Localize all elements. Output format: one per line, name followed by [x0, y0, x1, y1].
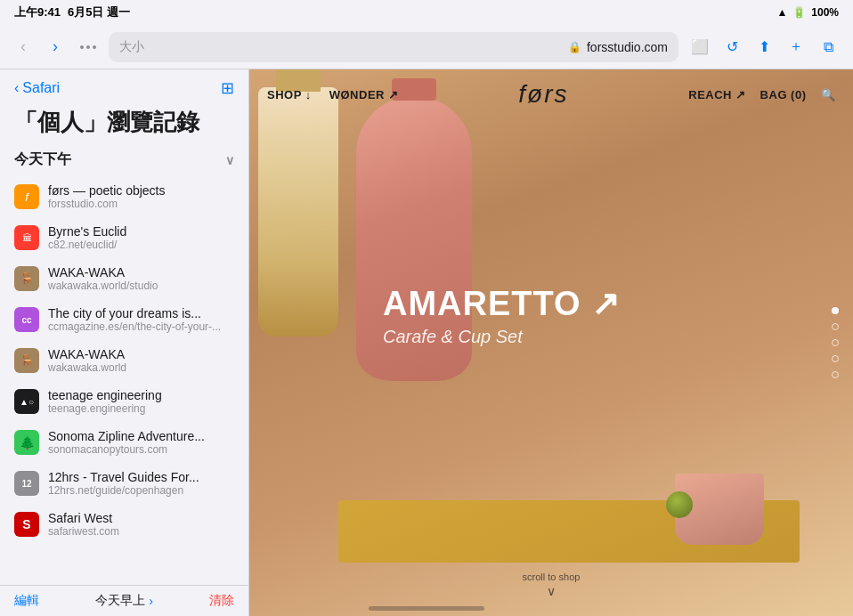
scroll-label: scroll to shop: [523, 571, 581, 582]
favicon-8: S: [14, 512, 39, 537]
clear-button[interactable]: 清除: [209, 593, 234, 609]
dot-4[interactable]: [832, 355, 839, 362]
history-item-title-5: teenage engineering: [48, 388, 234, 402]
back-button[interactable]: ‹: [11, 35, 36, 60]
status-left: 上午9:41 6月5日 週一: [14, 4, 130, 20]
share-action-btn[interactable]: ⬜: [686, 33, 714, 61]
sidebar-title: 「個人」瀏覽記錄: [0, 103, 248, 147]
history-item-title-2: WAKA-WAKA: [48, 265, 234, 280]
history-item-url-1: c82.net/euclid/: [48, 239, 234, 251]
hero-title: AMARETTO ↗: [383, 284, 621, 323]
favicon-0: f: [14, 184, 39, 209]
wifi-icon: ▲: [776, 6, 787, 19]
history-item-title-1: Byrne's Euclid: [48, 224, 234, 239]
history-item-text-1: Byrne's Euclid c82.net/euclid/: [48, 224, 234, 251]
favicon-1: 🏛: [14, 225, 39, 250]
nav-right: REACH ↗ BAG (0) 🔍: [688, 88, 835, 101]
address-hint: 大小: [119, 39, 144, 55]
favicon-6: 🌲: [14, 430, 39, 455]
main-layout: ‹ Safari ⊞ 「個人」瀏覽記錄 今天下午 ∨ f førs — poet…: [0, 69, 853, 616]
dot-1[interactable]: [832, 307, 839, 314]
history-item-text-0: førs — poetic objects forsstudio.com: [48, 183, 234, 210]
history-item-url-6: sonomacanopytours.com: [48, 443, 234, 456]
history-item-text-4: WAKA-WAKA wakawaka.world: [48, 347, 234, 374]
dot-2[interactable]: [832, 323, 839, 330]
history-item-text-5: teenage engineering teenage.engineering: [48, 388, 234, 415]
battery-percent: 100%: [811, 6, 839, 19]
history-item-4[interactable]: 🪑 WAKA-WAKA wakawaka.world: [0, 340, 248, 381]
section-label-afternoon: 今天下午: [14, 150, 71, 169]
favicon-3: cc: [14, 307, 39, 332]
dot-3[interactable]: [832, 339, 839, 346]
history-item-url-5: teenage.engineering: [48, 402, 234, 415]
shop-nav-link[interactable]: SHOP ↓: [267, 88, 312, 101]
status-date: 6月5日 週一: [68, 4, 130, 20]
bag-nav-link[interactable]: BAG (0): [760, 88, 807, 101]
history-item-title-6: Sonoma Zipline Adventure...: [48, 429, 234, 443]
history-item-title-0: førs — poetic objects: [48, 183, 234, 198]
olive-decoration: [666, 491, 693, 518]
website-content: SHOP ↓ WØNDER ↗ førs REACH ↗ BAG (0) 🔍 A…: [249, 69, 853, 616]
history-item-url-4: wakawaka.world: [48, 361, 234, 374]
address-domain: forsstudio.com: [587, 40, 668, 54]
history-item-title-3: The city of your dreams is...: [48, 306, 234, 320]
history-item-1[interactable]: 🏛 Byrne's Euclid c82.net/euclid/: [0, 217, 248, 258]
hero-subtitle: Carafe & Cup Set: [383, 327, 621, 347]
edit-button[interactable]: 編輯: [14, 593, 39, 609]
status-right: ▲ 🔋 100%: [776, 6, 839, 19]
scroll-indicator: scroll to shop ∨: [523, 571, 581, 598]
section-chevron-afternoon[interactable]: ∨: [225, 153, 234, 167]
tabs-btn[interactable]: ⧉: [814, 33, 842, 61]
history-item-6[interactable]: 🌲 Sonoma Zipline Adventure... sonomacano…: [0, 422, 248, 463]
add-btn[interactable]: ＋: [782, 33, 810, 61]
favicon-7: 12: [14, 471, 39, 496]
history-item-title-8: Safari West: [48, 511, 234, 525]
sidebar-toggle-btn[interactable]: ⊞: [221, 78, 234, 98]
nav-logo[interactable]: førs: [399, 80, 689, 109]
favicon-4: 🪑: [14, 348, 39, 373]
home-indicator: [369, 606, 484, 611]
history-item-8[interactable]: S Safari West safariwest.com: [0, 504, 248, 545]
browser-actions: ⬜ ↺ ⬆ ＋ ⧉: [686, 33, 842, 61]
section-chevron-right[interactable]: ›: [149, 594, 153, 608]
history-item-text-2: WAKA-WAKA wakawaka.world/studio: [48, 265, 234, 292]
olive-bottle-decoration: [258, 87, 338, 336]
battery-icon: 🔋: [792, 6, 806, 19]
status-time: 上午9:41: [14, 4, 61, 20]
history-item-title-7: 12hrs - Travel Guides For...: [48, 470, 234, 484]
history-item-url-0: forsstudio.com: [48, 198, 234, 210]
address-bar[interactable]: 大小 🔒 forsstudio.com: [109, 32, 678, 62]
wonder-nav-link[interactable]: WØNDER ↗: [329, 88, 399, 101]
history-item-title-4: WAKA-WAKA: [48, 347, 234, 361]
status-bar: 上午9:41 6月5日 週一 ▲ 🔋 100%: [0, 0, 853, 25]
history-item-text-3: The city of your dreams is... ccmagazine…: [48, 306, 234, 333]
website-nav: SHOP ↓ WØNDER ↗ førs REACH ↗ BAG (0) 🔍: [249, 69, 853, 119]
safari-back-button[interactable]: ‹ Safari: [14, 80, 60, 96]
history-item-3[interactable]: cc The city of your dreams is... ccmagaz…: [0, 299, 248, 340]
share-btn[interactable]: ⬆: [750, 33, 778, 61]
sidebar-footer: 編輯 今天早上 › 清除: [0, 585, 248, 616]
favicon-2: 🪑: [14, 266, 39, 291]
browser-chrome: ‹ › 大小 🔒 forsstudio.com ⬜ ↺ ⬆ ＋ ⧉: [0, 25, 853, 69]
history-item-url-8: safariwest.com: [48, 525, 234, 538]
history-item-2[interactable]: 🪑 WAKA-WAKA wakawaka.world/studio: [0, 258, 248, 299]
lock-icon: 🔒: [568, 41, 581, 53]
chevron-left-icon: ‹: [14, 80, 19, 96]
browser-dots: [80, 45, 96, 49]
dots-navigation: [832, 307, 839, 378]
history-list: f førs — poetic objects forsstudio.com 🏛…: [0, 173, 248, 585]
history-item-url-3: ccmagazine.es/en/the-city-of-your-...: [48, 320, 234, 333]
history-item-7[interactable]: 12 12hrs - Travel Guides For... 12hrs.ne…: [0, 463, 248, 504]
history-item-5[interactable]: ▲○ teenage engineering teenage.engineeri…: [0, 381, 248, 422]
search-nav-btn[interactable]: 🔍: [821, 88, 836, 101]
history-item-text-6: Sonoma Zipline Adventure... sonomacanopy…: [48, 429, 234, 456]
hero-background: SHOP ↓ WØNDER ↗ førs REACH ↗ BAG (0) 🔍 A…: [249, 69, 853, 616]
reach-nav-link[interactable]: REACH ↗: [688, 88, 745, 101]
history-item-0[interactable]: f førs — poetic objects forsstudio.com: [0, 176, 248, 217]
section-header-afternoon: 今天下午 ∨: [0, 147, 248, 173]
history-item-text-8: Safari West safariwest.com: [48, 511, 234, 538]
forward-button[interactable]: ›: [43, 35, 68, 60]
refresh-btn[interactable]: ↺: [718, 33, 746, 61]
dot-5[interactable]: [832, 371, 839, 378]
favicon-5: ▲○: [14, 389, 39, 414]
